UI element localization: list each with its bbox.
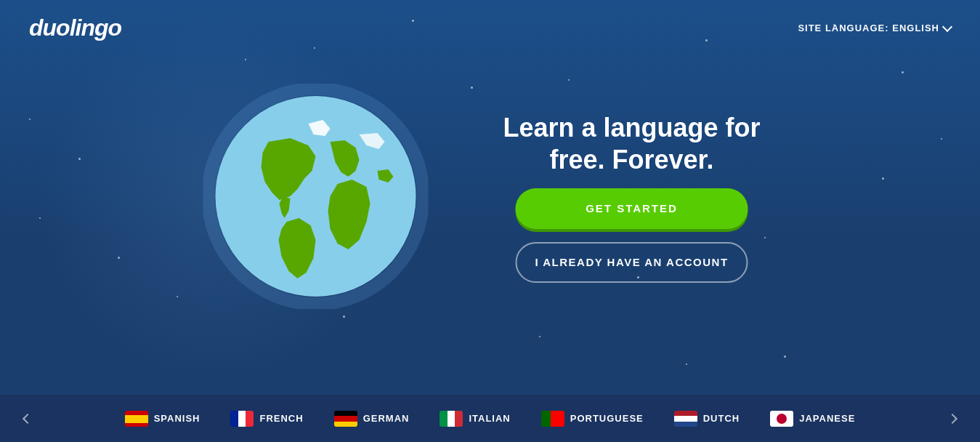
flag-german xyxy=(334,411,357,427)
chevron-down-icon xyxy=(942,22,952,32)
language-label-japanese: JAPANESE xyxy=(799,413,855,424)
hero-tagline: Learn a language for free. Forever. xyxy=(487,112,777,174)
flag-spanish xyxy=(125,411,148,427)
language-item-japanese[interactable]: JAPANESE xyxy=(758,411,867,427)
right-panel: Learn a language for free. Forever. GET … xyxy=(487,112,777,282)
get-started-button[interactable]: GET STARTED xyxy=(516,188,748,229)
language-label-german: GERMAN xyxy=(363,413,410,424)
language-list: SPANISH FRENCH GERMAN ITALIAN PORTUGUESE… xyxy=(41,411,939,427)
language-next-button[interactable] xyxy=(939,406,965,432)
header: duolingo SITE LANGUAGE: ENGLISH xyxy=(0,0,980,56)
language-item-german[interactable]: GERMAN xyxy=(323,411,421,427)
prev-arrow-icon xyxy=(23,413,33,423)
logo: duolingo xyxy=(29,15,121,41)
site-language-label: SITE LANGUAGE: ENGLISH xyxy=(798,23,939,33)
language-item-dutch[interactable]: DUTCH xyxy=(663,411,752,427)
hero-content: Learn a language for free. Forever. GET … xyxy=(0,84,980,312)
flag-french xyxy=(230,411,254,427)
language-prev-button[interactable] xyxy=(15,406,41,432)
next-arrow-icon xyxy=(947,413,957,423)
language-label-french: FRENCH xyxy=(259,413,303,424)
flag-portuguese xyxy=(541,411,564,427)
flag-japanese xyxy=(770,411,793,427)
flag-dutch xyxy=(674,411,697,427)
language-item-portuguese[interactable]: PORTUGUESE xyxy=(530,411,655,427)
site-language-selector[interactable]: SITE LANGUAGE: ENGLISH xyxy=(798,23,951,33)
language-bar: SPANISH FRENCH GERMAN ITALIAN PORTUGUESE… xyxy=(0,395,980,442)
language-label-portuguese: PORTUGUESE xyxy=(570,413,644,424)
language-label-spanish: SPANISH xyxy=(154,413,201,424)
language-label-dutch: DUTCH xyxy=(703,413,740,424)
flag-italian xyxy=(440,411,463,427)
already-have-account-button[interactable]: I ALREADY HAVE AN ACCOUNT xyxy=(516,242,748,283)
globe-illustration xyxy=(203,84,429,312)
language-item-french[interactable]: FRENCH xyxy=(219,411,315,427)
language-item-italian[interactable]: ITALIAN xyxy=(428,411,522,427)
language-item-spanish[interactable]: SPANISH xyxy=(113,411,212,427)
globe-svg xyxy=(203,84,429,309)
main-background: duolingo SITE LANGUAGE: ENGLISH xyxy=(0,0,980,395)
language-label-italian: ITALIAN xyxy=(469,413,510,424)
